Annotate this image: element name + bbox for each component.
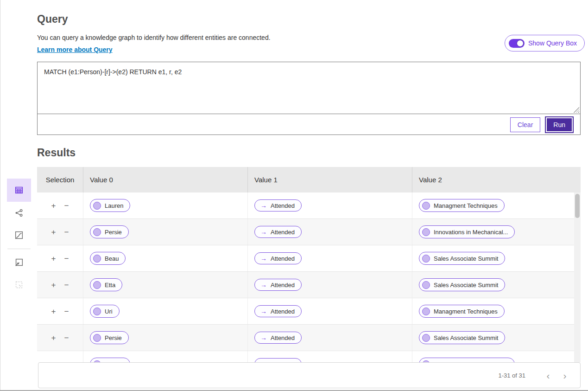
window-left-edge — [0, 0, 0, 391]
pagination-prev-icon[interactable]: ‹ — [543, 371, 553, 380]
entity-pill[interactable]: Sales Associate Summit — [419, 278, 505, 291]
column-header-value1: Value 1 — [248, 167, 412, 192]
relationship-pill[interactable]: → Attended — [254, 199, 302, 212]
table-view-button[interactable] — [7, 179, 31, 202]
entity-node-icon — [93, 202, 101, 210]
entity-pill[interactable]: Persie — [90, 331, 129, 344]
add-to-selection-button[interactable]: + — [51, 334, 56, 342]
entity-node-icon — [93, 334, 101, 342]
entity-node-icon — [422, 334, 430, 342]
entity-node-icon — [422, 202, 430, 210]
entity-pill[interactable]: Sales Associate Summit — [419, 252, 505, 265]
table-row: + − Uri → Attended Managment Techniques — [37, 298, 581, 325]
relationship-pill[interactable]: → Attended — [254, 358, 302, 362]
results-title: Results — [37, 147, 76, 159]
arrow-right-icon: → — [260, 334, 267, 341]
entity-pill[interactable]: Etta — [90, 278, 122, 291]
run-button[interactable]: Run — [546, 117, 573, 132]
results-table: Selection Value 0 Value 1 Value 2 + − La… — [37, 167, 581, 362]
show-query-box-toggle[interactable]: Show Query Box — [505, 35, 585, 51]
entity-node-icon — [422, 228, 430, 236]
arrow-right-icon: → — [260, 228, 267, 236]
view-switcher-rail — [7, 179, 31, 296]
entity-pill[interactable]: Sales Associate Summit — [419, 331, 505, 344]
relationship-pill[interactable]: → Attended — [254, 279, 302, 291]
relationship-pill[interactable]: → Attended — [254, 305, 302, 317]
entity-node-icon — [93, 255, 101, 263]
entity-node-icon — [93, 228, 101, 236]
table-row: + − Lauren → Attended Innovations in Mec… — [37, 351, 581, 362]
map-view-button[interactable] — [7, 224, 31, 246]
table-row: + − Lauren → Attended Managment Techniqu… — [37, 192, 581, 219]
entity-pill[interactable]: Lauren — [90, 358, 130, 362]
resize-handle[interactable] — [574, 107, 579, 113]
remove-from-selection-button[interactable]: − — [64, 334, 69, 342]
column-header-selection: Selection — [37, 167, 83, 192]
page-description: You can query a knowledge graph to ident… — [37, 34, 271, 41]
entity-pill[interactable]: Uri — [90, 305, 120, 318]
arrow-right-icon: → — [260, 202, 267, 209]
table-scrollbar[interactable] — [574, 192, 581, 362]
remove-from-selection-button[interactable]: − — [64, 255, 69, 263]
entity-pill[interactable]: Lauren — [90, 199, 130, 212]
arrow-right-icon: → — [260, 281, 267, 288]
remove-from-selection-button[interactable]: − — [64, 281, 69, 289]
add-to-link-chart-button[interactable] — [7, 251, 31, 274]
page-title: Query — [37, 13, 68, 26]
relationship-pill[interactable]: → Attended — [254, 252, 302, 264]
entity-node-icon — [422, 308, 430, 315]
link-chart-icon — [14, 208, 24, 218]
entity-pill[interactable]: Beau — [90, 252, 126, 265]
toggle-switch-icon — [509, 39, 525, 48]
map-view-icon — [14, 230, 24, 240]
entity-node-icon — [93, 308, 101, 315]
add-to-selection-button[interactable]: + — [51, 281, 56, 289]
remove-from-selection-button[interactable]: − — [64, 228, 69, 236]
entity-node-icon — [93, 281, 101, 289]
table-row: + − Persie → Attended Sales Associate Su… — [37, 325, 581, 351]
arrow-right-icon: → — [260, 308, 267, 315]
query-editor: MATCH (e1:Person)-[r]->(e2) RETURN e1, r… — [37, 62, 581, 135]
entity-pill[interactable]: Innovations in Mechanical... — [419, 225, 515, 238]
add-to-selection-button[interactable]: + — [51, 255, 56, 263]
learn-more-link[interactable]: Learn more about Query — [37, 46, 113, 53]
entity-node-icon — [422, 281, 430, 289]
results-table-body: + − Lauren → Attended Managment Techniqu… — [37, 192, 581, 362]
clear-button[interactable]: Clear — [510, 117, 540, 132]
column-header-value0: Value 0 — [83, 167, 248, 192]
relationship-pill[interactable]: → Attended — [254, 332, 302, 344]
pagination-next-icon[interactable]: › — [560, 371, 570, 380]
entity-pill[interactable]: Persie — [90, 225, 129, 238]
table-header: Selection Value 0 Value 1 Value 2 — [37, 167, 581, 192]
selection-tool-button — [7, 274, 31, 296]
pagination-range: 1-31 of 31 — [498, 372, 525, 379]
add-to-selection-button[interactable]: + — [51, 228, 56, 236]
pagination-bar: 1-31 of 31 ‹ › — [38, 362, 581, 388]
entity-pill[interactable]: Managment Techniques — [419, 199, 505, 212]
remove-from-selection-button[interactable]: − — [64, 308, 69, 315]
scrollbar-thumb[interactable] — [575, 194, 580, 218]
add-to-link-chart-icon — [14, 257, 24, 268]
entity-pill[interactable]: Innovations in Mechanical... — [419, 358, 515, 362]
query-page: Query You can query a knowledge graph to… — [0, 0, 588, 391]
relationship-pill[interactable]: → Attended — [254, 226, 302, 238]
add-to-selection-button[interactable]: + — [51, 308, 56, 315]
entity-pill[interactable]: Managment Techniques — [419, 305, 505, 318]
arrow-right-icon: → — [260, 255, 267, 262]
table-row: + − Beau → Attended Sales Associate Summ… — [37, 245, 581, 272]
add-to-selection-button[interactable]: + — [51, 202, 56, 210]
column-header-value2: Value 2 — [412, 167, 581, 192]
query-input[interactable]: MATCH (e1:Person)-[r]->(e2) RETURN e1, r… — [38, 62, 580, 114]
table-row: + − Etta → Attended Sales Associate Summ… — [37, 272, 581, 298]
table-view-icon — [14, 185, 24, 195]
show-query-box-label: Show Query Box — [528, 39, 577, 47]
table-row: + − Persie → Attended Innovations in Mec… — [37, 219, 581, 245]
selection-tool-icon — [14, 280, 24, 290]
rail-divider — [7, 249, 31, 249]
entity-node-icon — [422, 255, 430, 263]
link-chart-view-button[interactable] — [7, 202, 31, 224]
remove-from-selection-button[interactable]: − — [64, 202, 69, 210]
